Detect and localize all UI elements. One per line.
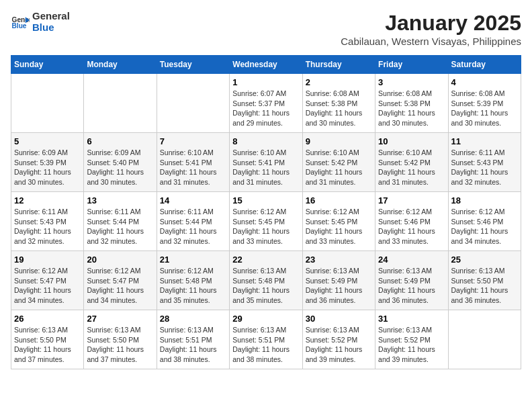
- day-info: Sunrise: 6:08 AMSunset: 5:38 PMDaylight:…: [306, 89, 372, 128]
- day-number: 7: [160, 136, 226, 146]
- day-cell: 24Sunrise: 6:13 AMSunset: 5:49 PMDayligh…: [375, 251, 448, 310]
- day-cell: 15Sunrise: 6:12 AMSunset: 5:45 PMDayligh…: [230, 192, 302, 251]
- day-cell: 14Sunrise: 6:11 AMSunset: 5:44 PMDayligh…: [157, 192, 229, 251]
- day-info: Sunrise: 6:10 AMSunset: 5:42 PMDaylight:…: [306, 148, 372, 187]
- svg-text:Blue: Blue: [12, 22, 27, 30]
- day-info: Sunrise: 6:11 AMSunset: 5:44 PMDaylight:…: [87, 207, 153, 246]
- day-number: 18: [451, 195, 518, 205]
- day-info: Sunrise: 6:12 AMSunset: 5:47 PMDaylight:…: [14, 266, 81, 306]
- day-number: 22: [232, 255, 299, 265]
- week-row-2: 5Sunrise: 6:09 AMSunset: 5:39 PMDaylight…: [11, 133, 521, 192]
- day-info: Sunrise: 6:13 AMSunset: 5:50 PMDaylight:…: [14, 325, 81, 365]
- day-info: Sunrise: 6:13 AMSunset: 5:48 PMDaylight:…: [232, 266, 299, 306]
- day-number: 23: [306, 255, 372, 265]
- day-cell: [11, 74, 84, 133]
- day-cell: 9Sunrise: 6:10 AMSunset: 5:42 PMDaylight…: [302, 133, 375, 192]
- day-number: 10: [378, 136, 445, 146]
- day-cell: 11Sunrise: 6:11 AMSunset: 5:43 PMDayligh…: [448, 133, 521, 192]
- day-number: 15: [232, 195, 299, 205]
- weekday-header-sunday: Sunday: [11, 56, 84, 74]
- weekday-header-monday: Monday: [84, 56, 157, 74]
- day-cell: 17Sunrise: 6:12 AMSunset: 5:46 PMDayligh…: [375, 192, 448, 251]
- day-number: 12: [14, 195, 81, 205]
- day-info: Sunrise: 6:12 AMSunset: 5:48 PMDaylight:…: [160, 266, 226, 306]
- day-number: 26: [14, 314, 81, 324]
- day-info: Sunrise: 6:08 AMSunset: 5:39 PMDaylight:…: [451, 89, 518, 128]
- weekday-header-thursday: Thursday: [302, 56, 375, 74]
- day-info: Sunrise: 6:11 AMSunset: 5:43 PMDaylight:…: [14, 207, 81, 246]
- logo-icon: General Blue: [11, 13, 30, 32]
- weekday-header-friday: Friday: [375, 56, 448, 74]
- day-info: Sunrise: 6:12 AMSunset: 5:45 PMDaylight:…: [306, 207, 372, 246]
- day-number: 1: [232, 77, 299, 87]
- day-info: Sunrise: 6:13 AMSunset: 5:50 PMDaylight:…: [451, 266, 518, 306]
- location-subtitle: Cabilauan, Western Visayas, Philippines: [341, 36, 521, 47]
- day-number: 3: [378, 77, 445, 87]
- day-info: Sunrise: 6:12 AMSunset: 5:46 PMDaylight:…: [378, 207, 445, 246]
- day-cell: 25Sunrise: 6:13 AMSunset: 5:50 PMDayligh…: [448, 251, 521, 310]
- day-number: 24: [378, 255, 445, 265]
- day-info: Sunrise: 6:13 AMSunset: 5:49 PMDaylight:…: [378, 266, 445, 306]
- day-info: Sunrise: 6:13 AMSunset: 5:52 PMDaylight:…: [306, 325, 372, 365]
- day-cell: 2Sunrise: 6:08 AMSunset: 5:38 PMDaylight…: [302, 74, 375, 133]
- day-cell: 5Sunrise: 6:09 AMSunset: 5:39 PMDaylight…: [11, 133, 84, 192]
- day-cell: 27Sunrise: 6:13 AMSunset: 5:50 PMDayligh…: [84, 310, 157, 369]
- day-number: 9: [306, 136, 372, 146]
- day-cell: 4Sunrise: 6:08 AMSunset: 5:39 PMDaylight…: [448, 74, 521, 133]
- weekday-header-wednesday: Wednesday: [230, 56, 302, 74]
- day-number: 8: [232, 136, 299, 146]
- title-block: January 2025 Cabilauan, Western Visayas,…: [341, 11, 521, 47]
- day-info: Sunrise: 6:11 AMSunset: 5:43 PMDaylight:…: [451, 148, 518, 187]
- day-cell: 19Sunrise: 6:12 AMSunset: 5:47 PMDayligh…: [11, 251, 84, 310]
- day-cell: 30Sunrise: 6:13 AMSunset: 5:52 PMDayligh…: [302, 310, 375, 369]
- week-row-3: 12Sunrise: 6:11 AMSunset: 5:43 PMDayligh…: [11, 192, 521, 251]
- day-cell: [84, 74, 157, 133]
- day-info: Sunrise: 6:13 AMSunset: 5:51 PMDaylight:…: [160, 325, 226, 365]
- day-number: 25: [451, 255, 518, 265]
- day-number: 11: [451, 136, 518, 146]
- day-number: 5: [14, 136, 81, 146]
- day-number: 19: [14, 255, 81, 265]
- day-cell: 20Sunrise: 6:12 AMSunset: 5:47 PMDayligh…: [84, 251, 157, 310]
- day-number: 4: [451, 77, 518, 87]
- day-cell: 10Sunrise: 6:10 AMSunset: 5:42 PMDayligh…: [375, 133, 448, 192]
- day-cell: 8Sunrise: 6:10 AMSunset: 5:41 PMDaylight…: [230, 133, 302, 192]
- day-cell: [157, 74, 229, 133]
- day-cell: 13Sunrise: 6:11 AMSunset: 5:44 PMDayligh…: [84, 192, 157, 251]
- day-info: Sunrise: 6:10 AMSunset: 5:41 PMDaylight:…: [232, 148, 299, 187]
- day-cell: 12Sunrise: 6:11 AMSunset: 5:43 PMDayligh…: [11, 192, 84, 251]
- week-row-5: 26Sunrise: 6:13 AMSunset: 5:50 PMDayligh…: [11, 310, 521, 369]
- day-number: 14: [160, 195, 226, 205]
- day-info: Sunrise: 6:07 AMSunset: 5:37 PMDaylight:…: [232, 89, 299, 128]
- day-cell: [448, 310, 521, 369]
- day-info: Sunrise: 6:10 AMSunset: 5:41 PMDaylight:…: [160, 148, 226, 187]
- month-title: January 2025: [341, 11, 521, 36]
- day-cell: 16Sunrise: 6:12 AMSunset: 5:45 PMDayligh…: [302, 192, 375, 251]
- day-cell: 22Sunrise: 6:13 AMSunset: 5:48 PMDayligh…: [230, 251, 302, 310]
- day-info: Sunrise: 6:12 AMSunset: 5:46 PMDaylight:…: [451, 207, 518, 246]
- calendar-table: SundayMondayTuesdayWednesdayThursdayFrid…: [11, 55, 521, 369]
- day-info: Sunrise: 6:13 AMSunset: 5:51 PMDaylight:…: [232, 325, 299, 365]
- day-number: 31: [378, 314, 445, 324]
- day-number: 16: [306, 195, 372, 205]
- day-info: Sunrise: 6:08 AMSunset: 5:38 PMDaylight:…: [378, 89, 445, 128]
- day-number: 17: [378, 195, 445, 205]
- day-number: 13: [87, 195, 153, 205]
- weekday-header-tuesday: Tuesday: [157, 56, 229, 74]
- day-info: Sunrise: 6:13 AMSunset: 5:50 PMDaylight:…: [87, 325, 153, 365]
- day-cell: 23Sunrise: 6:13 AMSunset: 5:49 PMDayligh…: [302, 251, 375, 310]
- day-info: Sunrise: 6:12 AMSunset: 5:45 PMDaylight:…: [232, 207, 299, 246]
- day-number: 29: [232, 314, 299, 324]
- day-cell: 31Sunrise: 6:13 AMSunset: 5:52 PMDayligh…: [375, 310, 448, 369]
- day-info: Sunrise: 6:09 AMSunset: 5:40 PMDaylight:…: [87, 148, 153, 187]
- day-number: 30: [306, 314, 372, 324]
- day-cell: 26Sunrise: 6:13 AMSunset: 5:50 PMDayligh…: [11, 310, 84, 369]
- day-info: Sunrise: 6:09 AMSunset: 5:39 PMDaylight:…: [14, 148, 81, 187]
- day-info: Sunrise: 6:13 AMSunset: 5:52 PMDaylight:…: [378, 325, 445, 365]
- day-cell: 21Sunrise: 6:12 AMSunset: 5:48 PMDayligh…: [157, 251, 229, 310]
- day-info: Sunrise: 6:12 AMSunset: 5:47 PMDaylight:…: [87, 266, 153, 306]
- logo-general: General: [32, 11, 70, 22]
- day-number: 27: [87, 314, 153, 324]
- day-number: 28: [160, 314, 226, 324]
- day-cell: 6Sunrise: 6:09 AMSunset: 5:40 PMDaylight…: [84, 133, 157, 192]
